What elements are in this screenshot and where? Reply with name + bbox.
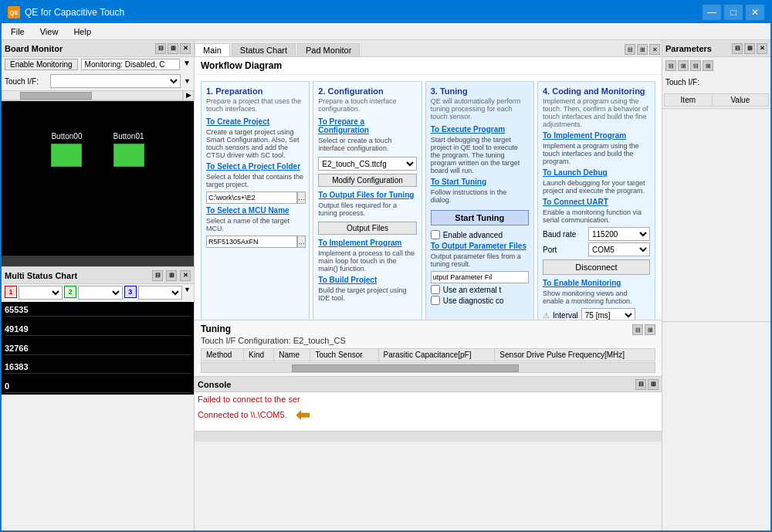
step-2-modify-btn[interactable]: Modify Configuration bbox=[318, 174, 416, 187]
chart-value-0: 65535 bbox=[5, 303, 191, 317]
console-header-icons: ⊟ ⊞ bbox=[635, 379, 659, 390]
panel-icon-2[interactable]: ⊞ bbox=[168, 43, 178, 54]
step-3-link-2[interactable]: To Output Parameter Files bbox=[431, 242, 529, 250]
step-4-desc: Implement a program using the touch. The… bbox=[543, 97, 650, 128]
step-1-link-2[interactable]: To Select a MCU Name bbox=[206, 206, 304, 215]
right-icon-3[interactable]: ✕ bbox=[757, 43, 767, 54]
console-icon-2[interactable]: ⊞ bbox=[648, 379, 659, 390]
menu-view[interactable]: View bbox=[37, 26, 62, 37]
tuning-scroll-thumb[interactable] bbox=[292, 364, 519, 372]
board-scroll-h[interactable]: ▶ bbox=[2, 90, 194, 101]
console-icon-1[interactable]: ⊟ bbox=[635, 379, 646, 390]
console-line-0: Failed to connect to the ser bbox=[198, 394, 659, 405]
multi-icon-3[interactable]: ✕ bbox=[180, 270, 191, 281]
channel-3-select[interactable] bbox=[138, 286, 182, 300]
tab-main[interactable]: Main bbox=[195, 43, 230, 56]
touch-if-expand[interactable]: ▼ bbox=[184, 77, 191, 85]
step-2-link-0[interactable]: To Prepare a Configuration bbox=[318, 117, 416, 134]
multi-icon-1[interactable]: ⊟ bbox=[152, 270, 163, 281]
buttons-scroll-h[interactable] bbox=[2, 256, 194, 266]
baud-label: Baud rate bbox=[543, 230, 585, 239]
maximize-button[interactable]: □ bbox=[724, 5, 743, 20]
output-param-input[interactable] bbox=[431, 271, 529, 283]
tab-icon-3[interactable]: ✕ bbox=[649, 44, 660, 55]
port-select[interactable]: COM5 bbox=[588, 242, 650, 256]
tab-pad-monitor[interactable]: Pad Monitor bbox=[297, 43, 360, 56]
step-2-output-btn[interactable]: Output Files bbox=[318, 222, 416, 235]
monitoring-expand[interactable]: ▼ bbox=[183, 59, 191, 70]
step-2-link-0-desc: Select or create a touch interface confi… bbox=[318, 137, 416, 152]
left-panel: Board Monitor ⊟ ⊞ ✕ Enable Monitoring Mo… bbox=[2, 40, 195, 530]
params-table-container: Item Value bbox=[662, 92, 770, 108]
enable-advanced-checkbox[interactable] bbox=[431, 230, 440, 239]
right-toolbar-icon-3[interactable]: ⊟ bbox=[690, 60, 701, 71]
step-2-number: 2. Configuration bbox=[318, 86, 416, 96]
tuning-icon-2[interactable]: ⊞ bbox=[645, 324, 655, 335]
step-1-link-2-desc: Select a name of the target MCU. bbox=[206, 217, 304, 232]
step-1-link-1[interactable]: To Select a Project Folder bbox=[206, 162, 304, 171]
baud-row: Baud rate 115200 bbox=[543, 227, 650, 241]
use-external-checkbox[interactable] bbox=[431, 285, 440, 294]
step-3-link-1[interactable]: To Start Tuning bbox=[431, 178, 529, 186]
use-diagnostic-checkbox[interactable] bbox=[431, 296, 440, 305]
step-1-path-1-input[interactable] bbox=[206, 236, 297, 248]
interval-select[interactable]: 75 [ms] bbox=[581, 308, 635, 320]
right-toolbar-icon-2[interactable]: ⊞ bbox=[678, 60, 689, 71]
step-3-box: 3. Tuning QE will automatically perform … bbox=[425, 81, 534, 320]
use-external-row: Use an external t bbox=[431, 285, 529, 294]
step-1-link-1-desc: Select a folder that contains the target… bbox=[206, 173, 304, 188]
panel-icon-1[interactable]: ⊟ bbox=[155, 43, 166, 54]
tuning-col-kind: Kind bbox=[244, 349, 274, 361]
touch-if-label: Touch I/F: bbox=[5, 77, 47, 86]
tab-icons: ⊟ ⊞ ✕ bbox=[623, 42, 662, 56]
port-row: Port COM5 ⬅ bbox=[543, 242, 650, 256]
step-4-link-3[interactable]: To Enable Monitoring bbox=[543, 279, 650, 287]
touch-if-right: Touch I/F: bbox=[662, 75, 770, 92]
step-4-link-0-desc: Implement a program using the touch inte… bbox=[543, 142, 650, 165]
right-toolbar-icon-4[interactable]: ⊞ bbox=[703, 60, 713, 71]
tab-status-chart[interactable]: Status Chart bbox=[232, 43, 296, 56]
tuning-config: Touch I/F Configuration: E2_touch_CS bbox=[201, 336, 655, 345]
step-2-link-1[interactable]: To Output Files for Tuning bbox=[318, 191, 416, 199]
step-4-link-0[interactable]: To Implement Program bbox=[543, 131, 650, 140]
baud-select[interactable]: 115200 bbox=[588, 227, 650, 241]
step-2-link-2[interactable]: To Implement Program bbox=[318, 239, 416, 247]
menu-help[interactable]: Help bbox=[70, 26, 94, 37]
step-2-link-3[interactable]: To Build Project bbox=[318, 276, 416, 284]
channel-badge-1: 1 bbox=[5, 286, 17, 298]
step-1-path-1-btn[interactable]: … bbox=[297, 236, 306, 248]
touch-if-select[interactable] bbox=[50, 74, 181, 88]
workflow-steps: 1. Preparation Prepare a project that us… bbox=[195, 75, 662, 320]
step-2-config-select[interactable]: E2_touch_CS.ttcfg bbox=[318, 157, 416, 171]
panel-icon-3[interactable]: ✕ bbox=[180, 43, 191, 54]
tuning-icon-1[interactable]: ⊟ bbox=[632, 324, 643, 335]
multi-icon-2[interactable]: ⊞ bbox=[166, 270, 177, 281]
start-tuning-button[interactable]: Start Tuning bbox=[431, 210, 529, 225]
right-icon-2[interactable]: ⊞ bbox=[744, 43, 755, 54]
interval-label: Interval bbox=[553, 311, 578, 320]
tuning-section: Tuning ⊟ ⊞ Touch I/F Configuration: E2_t… bbox=[195, 320, 662, 376]
step-1-path-0-input[interactable] bbox=[206, 191, 297, 204]
minimize-button[interactable]: — bbox=[703, 5, 721, 20]
board-monitor-label: Board Monitor bbox=[5, 44, 63, 53]
menu-file[interactable]: File bbox=[8, 26, 28, 37]
close-button[interactable]: ✕ bbox=[746, 5, 764, 20]
enable-monitoring-button[interactable]: Enable Monitoring bbox=[5, 59, 78, 70]
right-toolbar-icon-1[interactable]: ⊟ bbox=[665, 60, 676, 71]
step-1-link-0[interactable]: To Create Project bbox=[206, 117, 304, 126]
step-4-link-2[interactable]: To Connect UART bbox=[543, 198, 650, 206]
multi-controls: ⊟ ⊞ ✕ bbox=[152, 270, 191, 281]
console-scroll-h[interactable] bbox=[195, 431, 662, 442]
tab-icon-2[interactable]: ⊞ bbox=[637, 44, 648, 55]
step-1-path-0-btn[interactable]: … bbox=[297, 191, 306, 204]
channel-2-select[interactable] bbox=[78, 286, 122, 300]
step-3-link-0[interactable]: To Execute Program bbox=[431, 125, 529, 134]
tuning-scroll-h[interactable] bbox=[201, 362, 655, 373]
step-4-link-1[interactable]: To Launch Debug bbox=[543, 168, 650, 177]
disconnect-button[interactable]: Disconnect bbox=[543, 259, 650, 275]
tab-icon-1[interactable]: ⊟ bbox=[625, 44, 635, 55]
window-title: QE for Capacitive Touch bbox=[25, 7, 124, 18]
channel-row-expand[interactable]: ▼ bbox=[184, 286, 191, 300]
right-icon-1[interactable]: ⊟ bbox=[732, 43, 743, 54]
channel-1-select[interactable] bbox=[19, 286, 63, 300]
